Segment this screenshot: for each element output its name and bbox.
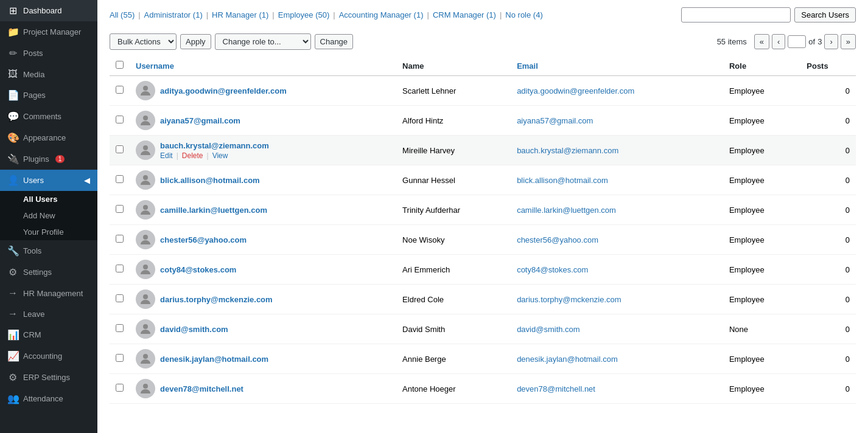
pagination-info: 55 items « ‹ 1 of 3 › » xyxy=(717,34,856,49)
avatar xyxy=(136,319,155,339)
bulk-actions-select[interactable]: Bulk Actions xyxy=(110,33,177,50)
filter-all[interactable]: All (55) xyxy=(110,10,135,19)
submenu-add-new[interactable]: Add New xyxy=(0,207,97,224)
row-checkbox[interactable] xyxy=(116,354,124,362)
table-row: deven78@mitchell.net Antone Hoeger deven… xyxy=(110,374,856,404)
posts-cell: 0 xyxy=(800,195,856,225)
email-link[interactable]: blick.allison@hotmail.com xyxy=(517,176,608,185)
email-link[interactable]: darius.torphy@mckenzie.com xyxy=(517,295,621,304)
username-link[interactable]: david@smith.com xyxy=(160,325,228,334)
prev-page-button[interactable]: ‹ xyxy=(772,34,785,49)
email-link[interactable]: bauch.krystal@ziemann.com xyxy=(517,146,618,155)
row-checkbox[interactable] xyxy=(116,384,124,392)
delete-link[interactable]: Delete xyxy=(182,151,203,160)
row-checkbox[interactable] xyxy=(116,205,124,213)
sidebar-item-project-manager[interactable]: 📁 Project Manager xyxy=(0,21,97,43)
avatar xyxy=(136,170,155,190)
username-link[interactable]: denesik.jaylan@hotmail.com xyxy=(160,355,268,364)
svg-point-3 xyxy=(143,175,148,180)
email-link[interactable]: coty84@stokes.com xyxy=(517,265,588,274)
username-link[interactable]: camille.larkin@luettgen.com xyxy=(160,206,267,215)
sidebar-item-posts[interactable]: ✏ Posts xyxy=(0,43,97,64)
search-input[interactable] xyxy=(681,7,791,23)
next-page-button[interactable]: › xyxy=(824,34,838,49)
edit-link[interactable]: Edit xyxy=(160,151,173,160)
sidebar-item-users[interactable]: 👤 Users ◀ xyxy=(0,170,97,191)
row-checkbox[interactable] xyxy=(116,324,124,332)
table-row: coty84@stokes.com Ari Emmerich coty84@st… xyxy=(110,255,856,285)
table-row: bauch.krystal@ziemann.com Edit | Delete … xyxy=(110,136,856,165)
sidebar-item-plugins[interactable]: 🔌 Plugins 1 xyxy=(0,148,97,170)
email-link[interactable]: david@smith.com xyxy=(517,325,580,334)
email-link[interactable]: denesik.jaylan@hotmail.com xyxy=(517,355,618,364)
svg-point-5 xyxy=(143,235,148,240)
submenu-all-users[interactable]: All Users xyxy=(0,191,97,207)
search-users-button[interactable]: Search Users xyxy=(794,7,856,23)
username-link[interactable]: darius.torphy@mckenzie.com xyxy=(160,295,273,304)
filter-administrator[interactable]: Administrator (1) xyxy=(144,10,203,19)
col-username-sort[interactable]: Username xyxy=(136,61,174,71)
sidebar-item-attendance[interactable]: 👥 Attendance xyxy=(0,388,97,409)
row-checkbox[interactable] xyxy=(116,265,124,272)
page-number-input[interactable]: 1 xyxy=(788,35,806,48)
svg-point-9 xyxy=(143,354,148,359)
filter-hr-manager[interactable]: HR Manager (1) xyxy=(212,10,268,19)
email-link[interactable]: deven78@mitchell.net xyxy=(517,384,595,393)
pages-icon: 📄 xyxy=(7,89,18,101)
row-checkbox[interactable] xyxy=(116,145,124,153)
sidebar-item-comments[interactable]: 💬 Comments xyxy=(0,106,97,127)
filter-employee[interactable]: Employee (50) xyxy=(278,10,330,19)
filter-no-role[interactable]: No role (4) xyxy=(505,10,542,19)
email-link[interactable]: camille.larkin@luettgen.com xyxy=(517,206,616,215)
sidebar-item-leave[interactable]: → Leave xyxy=(0,303,97,324)
sidebar-item-crm[interactable]: 📊 CRM xyxy=(0,324,97,345)
filter-crm-manager[interactable]: CRM Manager (1) xyxy=(433,10,496,19)
sidebar-item-settings[interactable]: ⚙ Settings xyxy=(0,262,97,283)
avatar xyxy=(136,260,155,279)
username-col: coty84@stokes.com xyxy=(136,260,390,279)
username-link[interactable]: coty84@stokes.com xyxy=(160,265,236,274)
crm-icon: 📊 xyxy=(7,329,18,341)
sidebar-item-accounting[interactable]: 📈 Accounting xyxy=(0,345,97,367)
submenu-your-profile[interactable]: Your Profile xyxy=(0,224,97,240)
change-button[interactable]: Change xyxy=(315,34,354,49)
avatar xyxy=(136,200,155,220)
row-checkbox[interactable] xyxy=(116,86,124,94)
first-page-button[interactable]: « xyxy=(754,34,769,49)
filter-accounting-manager[interactable]: Accounting Manager (1) xyxy=(339,10,424,19)
last-page-button[interactable]: » xyxy=(841,34,856,49)
sidebar-item-appearance[interactable]: 🎨 Appearance xyxy=(0,127,97,148)
email-link[interactable]: aiyana57@gmail.com xyxy=(517,116,593,125)
sidebar-item-media[interactable]: 🖼 Media xyxy=(0,64,97,85)
col-email-sort[interactable]: Email xyxy=(517,61,538,71)
name-cell: Trinity Aufderhar xyxy=(396,195,511,225)
comments-icon: 💬 xyxy=(7,111,18,122)
role-cell: Employee xyxy=(723,225,800,255)
row-checkbox[interactable] xyxy=(116,294,124,302)
row-checkbox[interactable] xyxy=(116,235,124,243)
name-cell: Mireille Harvey xyxy=(396,136,511,165)
username-link[interactable]: aditya.goodwin@greenfelder.com xyxy=(160,86,287,95)
username-link[interactable]: blick.allison@hotmail.com xyxy=(160,176,260,185)
email-link[interactable]: chester56@yahoo.com xyxy=(517,235,598,244)
email-link[interactable]: aditya.goodwin@greenfelder.com xyxy=(517,86,634,95)
sidebar-item-pages[interactable]: 📄 Pages xyxy=(0,85,97,106)
view-link[interactable]: View xyxy=(212,151,228,160)
sidebar-item-tools[interactable]: 🔧 Tools xyxy=(0,240,97,262)
username-link[interactable]: deven78@mitchell.net xyxy=(160,384,243,393)
username-link[interactable]: chester56@yahoo.com xyxy=(160,235,247,244)
username-col: camille.larkin@luettgen.com xyxy=(136,200,390,220)
select-all-checkbox[interactable] xyxy=(116,61,124,69)
username-col: deven78@mitchell.net xyxy=(136,379,390,398)
sidebar-item-dashboard[interactable]: ⊞ Dashboard xyxy=(0,0,97,21)
leave-icon: → xyxy=(7,308,18,319)
name-cell: Scarlett Lehner xyxy=(396,76,511,106)
sidebar-item-erp-settings[interactable]: ⚙ ERP Settings xyxy=(0,367,97,388)
change-role-select[interactable]: Change role to... Administrator HR Manag… xyxy=(215,33,311,50)
sidebar-item-hr-management[interactable]: → HR Management xyxy=(0,283,97,303)
row-checkbox[interactable] xyxy=(116,116,124,123)
row-checkbox[interactable] xyxy=(116,175,124,183)
username-link[interactable]: bauch.krystal@ziemann.com xyxy=(160,141,269,150)
username-link[interactable]: aiyana57@gmail.com xyxy=(160,116,240,125)
apply-button[interactable]: Apply xyxy=(180,34,211,49)
